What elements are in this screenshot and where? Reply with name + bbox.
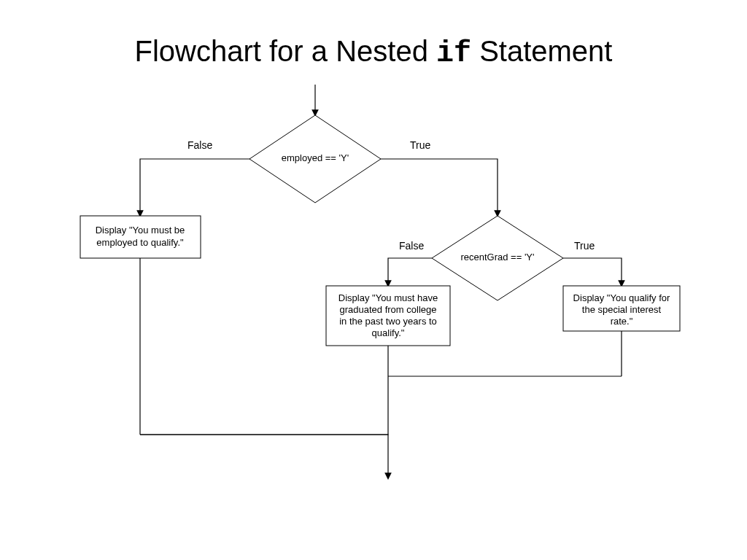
process-nrg-l3: in the past two years to [339,316,437,327]
decision-employed-text: employed == 'Y' [282,152,349,163]
process-qualify-l1: Display "You qualify for [573,292,670,303]
edge-d2-true [563,258,622,286]
process-not-employed-line1: Display "You must be [96,225,185,236]
label-d2-true: True [574,240,595,252]
label-d1-false: False [187,139,212,151]
flowchart-diagram: employed == 'Y' False True Display "You … [45,70,702,508]
edge-d2-to-main [140,376,388,435]
edge-exit [140,435,388,478]
process-not-employed-line2: employed to qualify." [96,237,184,248]
page-title: Flowchart for a Nested if Statement [0,0,747,70]
title-prefix: Flowchart for a Nested [135,35,437,67]
label-d1-true: True [410,139,430,151]
process-nrg-l1: Display "You must have [338,292,438,303]
label-d2-false: False [399,240,424,252]
process-qualify-l3: rate." [611,316,633,327]
process-nrg-l2: graduated from college [340,304,437,315]
edge-d1-true [381,159,498,216]
title-suffix: Statement [471,35,612,67]
edge-d2-false [388,258,432,286]
process-qualify-l2: the special interest [582,304,662,315]
process-nrg-l4: qualify." [372,327,405,338]
edge-d1-false [140,159,249,216]
decision-recentgrad-text: recentGrad == 'Y' [460,252,534,262]
title-keyword: if [436,37,471,70]
